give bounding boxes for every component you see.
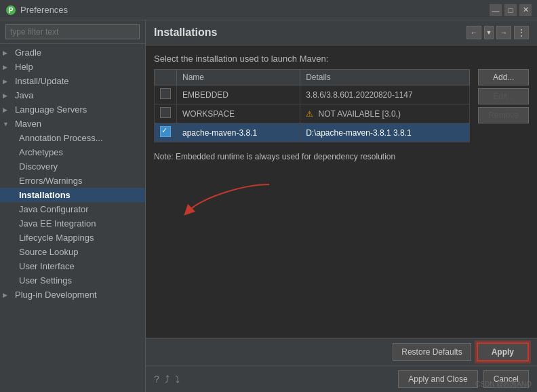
row-name: apache-maven-3.8.1	[177, 123, 300, 142]
col-details: Details	[300, 70, 470, 85]
back-button[interactable]: ←	[466, 26, 481, 39]
checkbox-icon[interactable]	[160, 107, 171, 118]
sidebar-item-user-interface[interactable]: User Interface	[0, 259, 145, 273]
minimize-button[interactable]: —	[490, 4, 502, 16]
sidebar-item-maven[interactable]: ▼ Maven	[0, 117, 145, 131]
help-button[interactable]: ?	[154, 374, 159, 385]
back-dropdown-button[interactable]: ▼	[484, 26, 494, 39]
sidebar-item-archetypes[interactable]: Archetypes	[0, 145, 145, 159]
window-controls: — □ ✕	[490, 4, 532, 16]
table-row[interactable]: EMBEDDED 3.8.6/3.8.601.20220820-1147	[155, 85, 470, 104]
sidebar-item-gradle[interactable]: ▶ Gradle	[0, 45, 145, 60]
table-row[interactable]: WORKSPACE ⚠ NOT AVAILABLE [3.0,)	[155, 104, 470, 123]
row-details: ⚠ NOT AVAILABLE [3.0,)	[300, 104, 470, 123]
row-checkbox[interactable]	[155, 104, 177, 123]
sidebar: ▶ Gradle ▶ Help ▶ Install/Update ▶ Java …	[0, 20, 146, 392]
import-button[interactable]: ⤵	[175, 374, 180, 385]
sidebar-item-label: Errors/Warnings	[19, 176, 82, 186]
sidebar-item-discovery[interactable]: Discovery	[0, 159, 145, 174]
sidebar-item-label: Maven	[15, 119, 41, 129]
installations-table: Name Details EMBEDDED 3.8.6/3.8.601.2022…	[154, 69, 470, 142]
export-button[interactable]: ⤴	[165, 374, 170, 385]
sidebar-item-label: Help	[15, 62, 33, 72]
sidebar-item-label: Gradle	[15, 47, 41, 58]
panel-nav: ← ▼ → ⋮	[466, 26, 529, 39]
col-name: Name	[177, 70, 300, 85]
arrow-icon: ▶	[3, 106, 12, 113]
note-text: Note: Embedded runtime is always used fo…	[154, 151, 529, 163]
sidebar-item-java-configurator[interactable]: Java Configurator	[0, 202, 145, 216]
sidebar-item-errors-warnings[interactable]: Errors/Warnings	[0, 174, 145, 188]
right-panel: Installations ← ▼ → ⋮ Select the install…	[146, 20, 537, 392]
arrow-icon: ▶	[3, 64, 12, 71]
sidebar-item-help[interactable]: ▶ Help	[0, 60, 145, 74]
arrow-annotation	[174, 178, 283, 220]
sidebar-item-java-ee[interactable]: Java EE Integration	[0, 216, 145, 231]
remove-button[interactable]: Remove	[478, 107, 529, 123]
panel-title: Installations	[154, 26, 217, 39]
row-details: 3.8.6/3.8.601.20220820-1147	[300, 85, 470, 104]
maximize-button[interactable]: □	[504, 4, 517, 16]
row-details: D:\apache-maven-3.8.1 3.8.1	[300, 123, 470, 142]
bottom-actions: Restore Defaults Apply	[146, 338, 537, 366]
arrow-icon: ▼	[3, 121, 12, 128]
apply-close-button[interactable]: Apply and Close	[398, 370, 477, 388]
app-icon: P	[5, 5, 16, 16]
menu-button[interactable]: ⋮	[514, 26, 529, 39]
footer-icons: ? ⤴ ⤵	[154, 374, 180, 385]
arrow-icon: ▶	[3, 292, 12, 298]
filter-input[interactable]	[5, 24, 140, 39]
sidebar-item-java[interactable]: ▶ Java	[0, 88, 145, 102]
forward-button[interactable]: →	[496, 26, 511, 39]
window-title: Preferences	[20, 5, 490, 15]
sidebar-item-label: Lifecycle Mappings	[19, 233, 94, 243]
table-wrapper: Name Details EMBEDDED 3.8.6/3.8.601.2022…	[154, 69, 470, 142]
sidebar-item-label: Language Servers	[15, 104, 87, 115]
sidebar-item-label: Java	[15, 90, 33, 100]
apply-button[interactable]: Apply	[477, 342, 529, 361]
checkbox-icon[interactable]	[160, 126, 171, 137]
warning-icon: ⚠	[306, 109, 313, 119]
sidebar-item-installations[interactable]: Installations	[0, 188, 145, 202]
restore-defaults-button[interactable]: Restore Defaults	[393, 343, 471, 361]
sidebar-item-label: Archetypes	[19, 147, 63, 157]
sidebar-item-label: User Interface	[19, 261, 75, 271]
sidebar-item-plugin-development[interactable]: ▶ Plug-in Development	[0, 288, 145, 302]
sidebar-item-source-lookup[interactable]: Source Lookup	[0, 245, 145, 259]
table-row[interactable]: apache-maven-3.8.1 D:\apache-maven-3.8.1…	[155, 123, 470, 142]
titlebar: P Preferences — □ ✕	[0, 0, 537, 20]
sidebar-item-label: Java EE Integration	[19, 218, 96, 229]
row-details-text: NOT AVAILABLE [3.0,)	[319, 109, 401, 119]
arrow-icon: ▶	[3, 50, 12, 56]
edit-button[interactable]: Edit...	[478, 88, 529, 104]
sidebar-item-label: Install/Update	[15, 76, 69, 86]
sidebar-item-install-update[interactable]: ▶ Install/Update	[0, 74, 145, 88]
row-checkbox[interactable]	[155, 85, 177, 104]
sidebar-section: ▶ Gradle ▶ Help ▶ Install/Update ▶ Java …	[0, 45, 145, 302]
main-area: ▶ Gradle ▶ Help ▶ Install/Update ▶ Java …	[0, 20, 537, 392]
watermark: CSDN @西西ANO	[475, 380, 532, 389]
panel-header: Installations ← ▼ → ⋮	[146, 20, 537, 45]
sidebar-item-label: Plug-in Development	[15, 290, 97, 300]
sidebar-item-label: Java Configurator	[19, 204, 89, 214]
row-checkbox[interactable]	[155, 123, 177, 142]
sidebar-item-label: Installations	[19, 190, 71, 200]
sidebar-item-lifecycle-mappings[interactable]: Lifecycle Mappings	[0, 231, 145, 245]
sidebar-item-label: Discovery	[19, 161, 58, 172]
sidebar-item-annotation-process[interactable]: Annotation Process...	[0, 131, 145, 145]
col-check	[155, 70, 177, 85]
sidebar-item-user-settings[interactable]: User Settings	[0, 273, 145, 288]
svg-text:P: P	[9, 7, 14, 14]
panel-subtitle: Select the installation used to launch M…	[154, 54, 529, 64]
sidebar-filter[interactable]	[0, 20, 145, 44]
sidebar-item-language-servers[interactable]: ▶ Language Servers	[0, 102, 145, 117]
row-name: WORKSPACE	[177, 104, 300, 123]
table-area: Name Details EMBEDDED 3.8.6/3.8.601.2022…	[154, 69, 529, 142]
close-button[interactable]: ✕	[519, 4, 532, 16]
row-name: EMBEDDED	[177, 85, 300, 104]
add-button[interactable]: Add...	[478, 69, 529, 85]
table-buttons: Add... Edit... Remove	[478, 69, 529, 142]
checkbox-icon[interactable]	[160, 88, 171, 99]
sidebar-item-label: Annotation Process...	[19, 133, 103, 143]
sidebar-item-label: User Settings	[19, 275, 72, 286]
